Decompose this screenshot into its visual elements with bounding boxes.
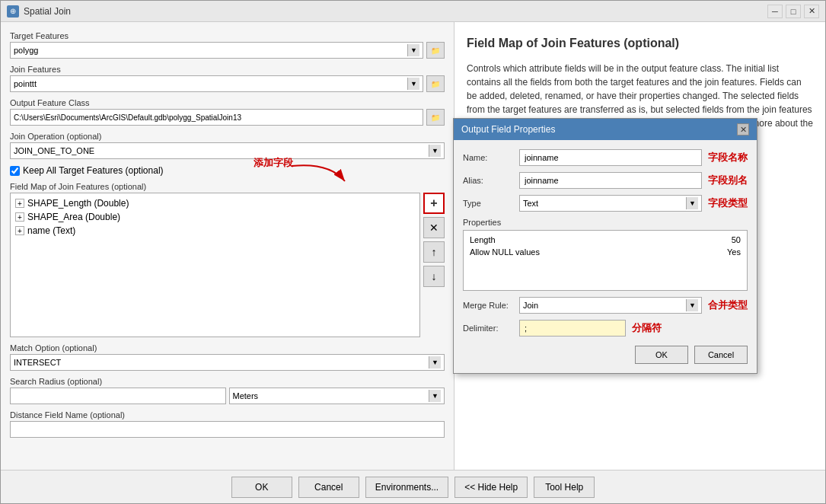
dialog-delimiter-annotation: 分隔符 xyxy=(632,321,662,335)
dialog-name-row: Name: 字段名称 xyxy=(463,149,748,166)
dialog-cancel-button[interactable]: Cancel xyxy=(694,346,748,364)
properties-row-0[interactable]: Length 50 xyxy=(467,234,744,246)
merge-rule-arrow[interactable]: ▼ xyxy=(686,299,698,311)
dialog-title-text: Output Field Properties xyxy=(461,124,555,135)
dialog-ok-button[interactable]: OK xyxy=(635,346,688,364)
dialog-alias-row: Alias: 字段别名 xyxy=(463,172,748,189)
output-field-properties-dialog: Output Field Properties ✕ Name: 字段名称 Ali… xyxy=(453,118,757,374)
dialog-merge-rule-combo[interactable]: Join ▼ xyxy=(519,297,702,314)
dialog-overlay: Output Field Properties ✕ Name: 字段名称 Ali… xyxy=(0,0,826,504)
dialog-delimiter-input[interactable] xyxy=(519,320,626,337)
dialog-delimiter-label: Delimiter: xyxy=(463,324,516,333)
properties-row-1[interactable]: Allow NULL values Yes xyxy=(467,246,744,258)
dialog-close-button[interactable]: ✕ xyxy=(737,123,749,136)
dialog-merge-rule-annotation: 合并类型 xyxy=(708,298,748,312)
type-arrow[interactable]: ▼ xyxy=(686,197,698,209)
dialog-merge-rule-row: Merge Rule: Join ▼ 合并类型 xyxy=(463,297,748,314)
type-select-container: Text ▼ xyxy=(519,195,702,212)
dialog-type-annotation: 字段类型 xyxy=(708,196,748,210)
dialog-name-annotation: 字段名称 xyxy=(708,151,748,164)
dialog-name-label: Name: xyxy=(463,153,516,162)
prop-value-1: Yes xyxy=(727,247,741,257)
dialog-type-value: Text xyxy=(523,199,538,208)
dialog-merge-rule-value: Join xyxy=(523,301,538,310)
prop-key-0: Length xyxy=(470,235,496,244)
dialog-alias-label: Alias: xyxy=(463,176,516,185)
prop-key-1: Allow NULL values xyxy=(470,247,540,257)
dialog-type-label: Type xyxy=(463,199,516,208)
dialog-properties-table[interactable]: Length 50 Allow NULL values Yes xyxy=(463,230,748,291)
dialog-delimiter-row: Delimiter: 分隔符 xyxy=(463,320,748,337)
dialog-type-combo[interactable]: Text ▼ xyxy=(519,195,702,212)
dialog-properties-section: Properties Length 50 Allow NULL values Y… xyxy=(463,218,748,291)
dialog-actions: OK Cancel xyxy=(463,346,748,364)
dialog-alias-annotation: 字段别名 xyxy=(708,174,748,187)
dialog-alias-input[interactable] xyxy=(519,172,702,189)
dialog-merge-rule-label: Merge Rule: xyxy=(463,301,516,310)
dialog-properties-label: Properties xyxy=(463,218,748,227)
prop-value-0: 50 xyxy=(732,235,741,244)
dialog-title-bar: Output Field Properties ✕ xyxy=(454,119,757,140)
dialog-body: Name: 字段名称 Alias: 字段别名 Type Text ▼ xyxy=(454,140,757,373)
dialog-type-row: Type Text ▼ 字段类型 xyxy=(463,195,748,212)
dialog-name-input[interactable] xyxy=(519,149,702,166)
